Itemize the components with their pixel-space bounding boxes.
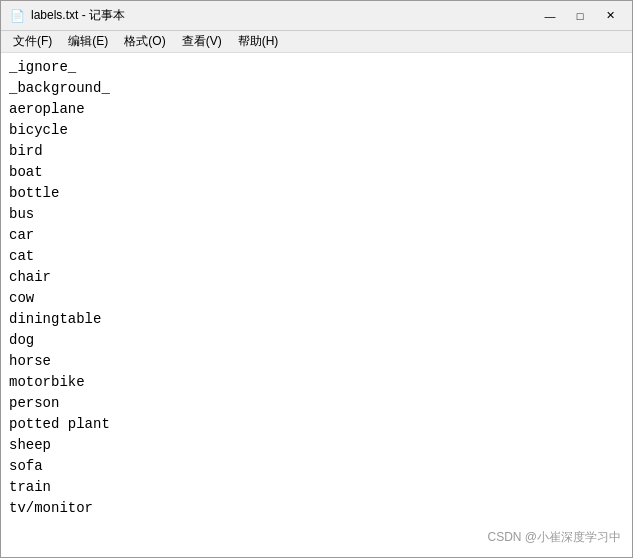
notepad-window: 📄 labels.txt - 记事本 — □ ✕ 文件(F) 编辑(E) 格式(… <box>0 0 633 558</box>
menu-edit[interactable]: 编辑(E) <box>60 31 116 52</box>
menu-help[interactable]: 帮助(H) <box>230 31 287 52</box>
menu-bar: 文件(F) 编辑(E) 格式(O) 查看(V) 帮助(H) <box>1 31 632 53</box>
notepad-icon: 📄 <box>9 8 25 24</box>
title-bar-left: 📄 labels.txt - 记事本 <box>9 7 125 24</box>
file-content: _ignore_ _background_ aeroplane bicycle … <box>9 57 624 519</box>
text-content-area[interactable]: _ignore_ _background_ aeroplane bicycle … <box>1 53 632 557</box>
title-bar: 📄 labels.txt - 记事本 — □ ✕ <box>1 1 632 31</box>
watermark: CSDN @小崔深度学习中 <box>487 529 621 546</box>
minimize-button[interactable]: — <box>536 5 564 27</box>
maximize-button[interactable]: □ <box>566 5 594 27</box>
window-title: labels.txt - 记事本 <box>31 7 125 24</box>
close-button[interactable]: ✕ <box>596 5 624 27</box>
window-controls: — □ ✕ <box>536 5 624 27</box>
menu-file[interactable]: 文件(F) <box>5 31 60 52</box>
menu-view[interactable]: 查看(V) <box>174 31 230 52</box>
menu-format[interactable]: 格式(O) <box>116 31 173 52</box>
